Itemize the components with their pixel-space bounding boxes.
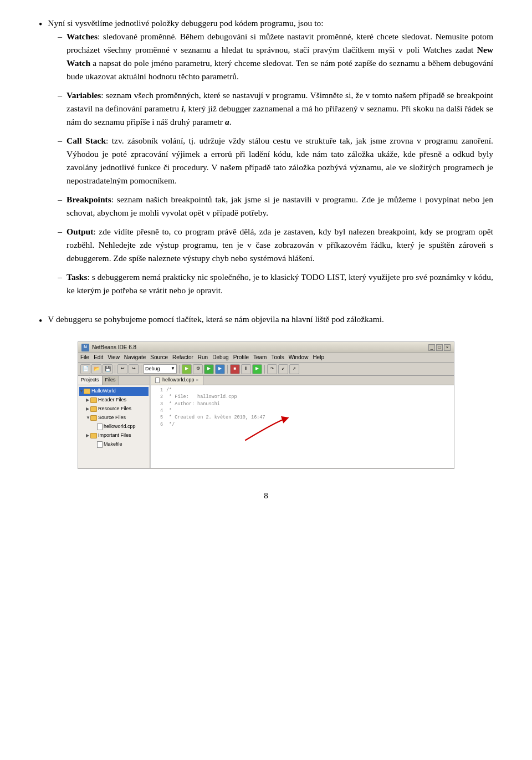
debug-combo-arrow: ▼ — [171, 365, 175, 372]
tree-makefile[interactable]: Makefile — [93, 440, 149, 449]
tree-resource-files[interactable]: ▶ Resource Files — [86, 405, 149, 414]
tree-children: ▶ Header Files ▶ Resource Files ▼ — [79, 396, 149, 449]
tb-config-combo[interactable]: Debug ▼ — [144, 364, 177, 374]
nb-minimize-btn[interactable]: _ — [428, 344, 435, 351]
file-icon-2 — [97, 441, 103, 448]
code-line-1: 1 /* — [153, 387, 452, 394]
menu-help[interactable]: Help — [313, 353, 324, 362]
tb-save[interactable]: 💾 — [103, 364, 112, 374]
editor-tab-close[interactable]: × — [196, 377, 199, 384]
folder-icon-5 — [90, 433, 97, 438]
tree-label-header: Header Files — [98, 396, 126, 404]
nb-close-btn[interactable]: × — [444, 344, 451, 351]
output-label: Output — [66, 227, 93, 236]
page-num-text: 8 — [264, 491, 268, 500]
line-num-3: 3 — [153, 401, 163, 407]
code-line-3: 3 * Author: hanuschi — [153, 401, 452, 407]
dash-breakpoints: – — [58, 193, 62, 206]
tree-helloworld-cpp[interactable]: helloworld.cpp — [93, 422, 149, 431]
tb-step-over[interactable]: ↷ — [267, 364, 277, 374]
nb-editor-content: 1 /* 2 * File: halloworld.cpp 3 * Author… — [151, 385, 454, 430]
second-para-text: V debuggeru se pohybujeme pomocí tlačíte… — [48, 313, 493, 326]
line-code-5: * Created on 2. květen 2010, 16:47 — [166, 414, 265, 421]
variables-item: – Variables: seznam všech proměnných, kt… — [58, 89, 493, 129]
tb-stop[interactable]: ■ — [230, 364, 240, 374]
tree-header-files[interactable]: ▶ Header Files — [86, 396, 149, 405]
menu-refactor[interactable]: Refactor — [172, 353, 193, 362]
tb-sep-1 — [115, 365, 115, 374]
tab-files[interactable]: Files — [103, 376, 119, 385]
tree-label-source: Source Files — [98, 414, 126, 422]
tb-step-into[interactable]: ↙ — [278, 364, 288, 374]
tb-open[interactable]: 📂 — [91, 364, 101, 374]
tb-redo[interactable]: ↪ — [129, 364, 139, 374]
editor-tab-cpp[interactable]: helloworld.cpp × — [151, 376, 203, 385]
folder-icon-2 — [90, 397, 97, 403]
menu-profile[interactable]: Profile — [233, 353, 249, 362]
nb-maximize-btn[interactable]: □ — [436, 344, 443, 351]
line-code-3: * Author: hanuschi — [166, 401, 220, 407]
tb-build[interactable]: ▶ — [182, 364, 192, 374]
line-num-6: 6 — [153, 421, 163, 428]
tree-source-files[interactable]: ▼ Source Files — [86, 414, 149, 422]
menu-team[interactable]: Team — [253, 353, 267, 362]
tb-new[interactable]: 📄 — [80, 364, 90, 374]
menu-run[interactable]: Run — [198, 353, 208, 362]
folder-icon-4 — [90, 415, 97, 421]
line-num-4: 4 — [153, 407, 163, 414]
menu-navigate[interactable]: Navigate — [124, 353, 146, 362]
output-text: Output: zde vidíte přesně to, co program… — [66, 225, 493, 265]
page-number: 8 — [39, 489, 493, 502]
tree-important-files[interactable]: ▶ Important Files — [86, 431, 149, 440]
nb-editor-tabs: helloworld.cpp × — [151, 376, 454, 385]
tb-run[interactable]: ▶ — [204, 364, 214, 374]
line-num-5: 5 — [153, 414, 163, 421]
tb-sep-3 — [179, 365, 180, 374]
menu-window[interactable]: Window — [289, 353, 309, 362]
code-line-6: 6 */ — [153, 421, 452, 428]
dash-watches: – — [58, 30, 62, 43]
nb-sidebar-tabs: Projects Files — [78, 376, 150, 385]
code-line-5: 5 * Created on 2. květen 2010, 16:47 — [153, 414, 452, 421]
bullet-2: • — [39, 314, 42, 329]
tasks-label: Tasks — [66, 272, 87, 282]
watches-item: – Watches: sledované proměnné. Během deb… — [58, 30, 493, 83]
menu-file[interactable]: File — [80, 353, 89, 362]
tb-step-out[interactable]: ↗ — [289, 364, 299, 374]
nb-titlebar: N NetBeans IDE 6.8 _ □ × — [78, 342, 454, 353]
dash-callstack: – — [58, 134, 62, 147]
line-num-2: 2 — [153, 394, 163, 400]
menu-source[interactable]: Source — [150, 353, 168, 362]
tb-debug-run[interactable]: ▶ — [215, 364, 225, 374]
tb-sep-5 — [264, 365, 265, 374]
tree-halloworld[interactable]: ▼ HalloWorld — [79, 387, 149, 396]
screenshot-container: N NetBeans IDE 6.8 _ □ × File Edit View … — [39, 341, 493, 473]
tab-projects[interactable]: Projects — [78, 376, 103, 385]
sub-list: – Watches: sledované proměnné. Během deb… — [58, 30, 493, 297]
tb-undo[interactable]: ↩ — [117, 364, 127, 374]
tb-pause[interactable]: ⏸ — [241, 364, 251, 374]
line-code-2: * File: halloworld.cpp — [166, 394, 237, 400]
tree-source-children: helloworld.cpp — [86, 422, 149, 431]
nb-title-text: NetBeans IDE 6.8 — [92, 343, 136, 352]
expand-icon-3: ▶ — [86, 406, 90, 412]
folder-icon-1 — [84, 389, 90, 394]
menu-tools[interactable]: Tools — [271, 353, 284, 362]
tree-label-important: Important Files — [98, 432, 131, 440]
menu-debug[interactable]: Debug — [212, 353, 228, 362]
expand-spacer-2 — [93, 441, 97, 448]
output-item: – Output: zde vidíte přesně to, co progr… — [58, 225, 493, 265]
tb-clean[interactable]: ⚙ — [193, 364, 203, 374]
code-line-2: 2 * File: halloworld.cpp — [153, 394, 452, 400]
menu-edit[interactable]: Edit — [94, 353, 103, 362]
tb-continue[interactable]: ▶ — [252, 364, 262, 374]
second-paragraph: • V debuggeru se pohybujeme pomocí tlačí… — [39, 313, 493, 329]
dash-variables: – — [58, 89, 62, 102]
nb-main-area: Projects Files ▼ HalloWorld ▶ — [78, 376, 454, 468]
param-i: i — [181, 104, 183, 113]
nb-editor: helloworld.cpp × 1 /* 2 * File: hallowor — [150, 376, 454, 468]
tasks-text: Tasks: s debuggerem nemá prakticky nic s… — [66, 271, 493, 297]
nb-app-icon: N — [81, 344, 89, 351]
tasks-item: – Tasks: s debuggerem nemá prakticky nic… — [58, 271, 493, 297]
menu-view[interactable]: View — [108, 353, 120, 362]
